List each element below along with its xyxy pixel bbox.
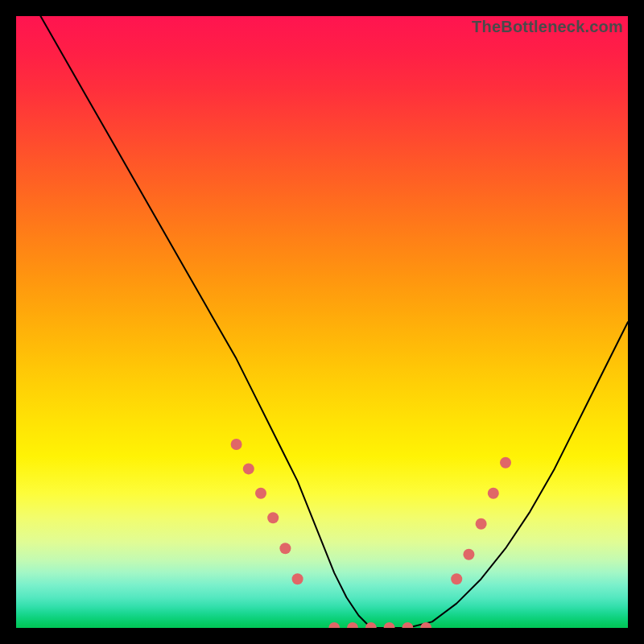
highlight-right-dots bbox=[451, 457, 511, 584]
bottleneck-curve-path bbox=[40, 16, 628, 628]
highlight-dot bbox=[267, 512, 279, 523]
chart-plot-area: TheBottleneck.com bbox=[16, 16, 628, 628]
highlight-dot bbox=[476, 518, 487, 530]
highlight-dot bbox=[451, 573, 462, 584]
highlight-dot bbox=[292, 573, 303, 584]
highlight-left-dots bbox=[231, 439, 303, 584]
highlight-dot bbox=[231, 439, 242, 450]
highlight-dot bbox=[243, 463, 254, 474]
highlight-dot bbox=[488, 488, 499, 499]
highlight-dot bbox=[463, 549, 474, 560]
highlight-dot bbox=[328, 622, 340, 628]
highlight-dot bbox=[279, 543, 291, 554]
highlight-dot bbox=[402, 622, 413, 628]
highlight-dot bbox=[347, 622, 358, 628]
chart-frame: TheBottleneck.com bbox=[0, 0, 644, 644]
chart-svg bbox=[16, 16, 628, 628]
highlight-dot bbox=[500, 457, 511, 469]
highlight-dot bbox=[255, 488, 266, 499]
highlight-dot bbox=[384, 622, 395, 628]
